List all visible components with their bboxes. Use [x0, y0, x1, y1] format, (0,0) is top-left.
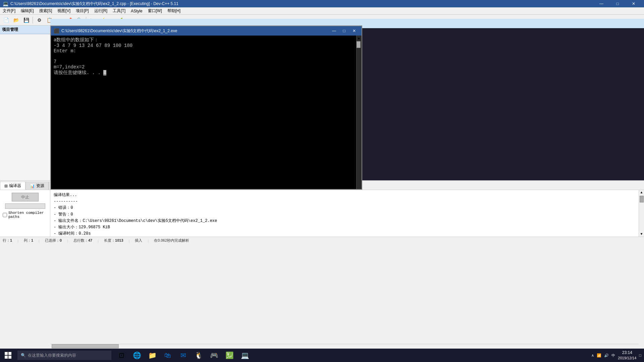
exec-window-icon: ⬛	[54, 28, 59, 34]
exec-line-1: a数组中的数据如下：	[54, 37, 354, 43]
exec-line-blank	[54, 54, 354, 59]
sidebar: 项目管理	[0, 25, 50, 180]
status-bar: 行：1 | 列：1 | 已选择：0 | 总行数：47 | 长度：1013 | 插…	[0, 237, 644, 244]
toolbar-new[interactable]: 📄	[1, 16, 11, 24]
taskbar-app-edge[interactable]: 🌐	[129, 349, 144, 362]
taskbar-apps: ⊡ 🌐 📁 🛍 ✉ 🐧 🎮 💹 💻	[114, 349, 252, 362]
progress-bar	[5, 203, 45, 209]
start-button[interactable]	[0, 349, 16, 362]
menu-help[interactable]: 帮助[H]	[165, 7, 183, 15]
toolbar-open[interactable]: 📂	[11, 16, 21, 24]
compile-left: 中止 Shorten compiler paths	[0, 190, 50, 237]
close-button[interactable]: ✕	[626, 0, 641, 7]
menu-bar: 文件[F] 编辑[E] 搜索[S] 视图[V] 项目[P] 运行[R] 工具[T…	[0, 7, 644, 15]
tab-compiler-label: 编译器	[9, 183, 21, 189]
clock-date: 2019/12/14	[618, 356, 636, 361]
exec-title-controls: — □ ✕	[329, 27, 359, 35]
svg-rect-2	[5, 356, 8, 359]
compile-scroll-down[interactable]: ▼	[640, 232, 643, 237]
exec-line-6: m=7,index=2	[54, 64, 354, 70]
taskbar-search[interactable]: 🔍 在这里输入你要搜索的内容	[17, 351, 111, 360]
menu-search[interactable]: 搜索[S]	[37, 7, 55, 15]
svg-rect-0	[5, 352, 8, 355]
toolbar-save[interactable]: 💾	[21, 16, 31, 24]
title-bar-left: 💻 C:\Users\98261\Documents\c\dev\实验5文档中代…	[3, 1, 178, 7]
status-selected: 已选择：0	[45, 238, 62, 243]
status-parse-info: 在0.062秒内完成解析	[154, 238, 189, 243]
exec-minimize[interactable]: —	[329, 27, 339, 35]
notification-btn[interactable]: □	[639, 353, 641, 357]
menu-edit[interactable]: 编辑[E]	[18, 7, 37, 15]
compile-vscrollbar[interactable]: ▲ ▼	[639, 190, 644, 237]
h-scrollbar[interactable]	[50, 344, 639, 349]
systray-volume: 🔊	[604, 353, 609, 358]
tab-compiler[interactable]: ⊞ 编译器	[0, 182, 25, 190]
title-bar: 💻 C:\Users\98261\Documents\c\dev\实验5文档中代…	[0, 0, 644, 7]
minimize-button[interactable]: —	[594, 0, 609, 7]
scroll-thumb[interactable]	[357, 41, 361, 48]
scroll-up-arrow[interactable]: ▲	[357, 36, 362, 41]
taskbar-app-finance[interactable]: 💹	[222, 349, 237, 362]
exec-maximize[interactable]: □	[339, 27, 349, 35]
taskbar-app-game[interactable]: 🎮	[207, 349, 221, 362]
compile-line-errors: - 错误：0	[54, 205, 635, 211]
taskbar-app-store[interactable]: 🛍	[160, 349, 175, 362]
title-bar-controls: — □ ✕	[594, 0, 641, 7]
compile-line-size: - 输出大小：129.96875 KiB	[54, 224, 635, 231]
systray-network: 📶	[597, 353, 601, 358]
compile-text: 编译结果... ---------- - 错误：0 - 警告：0 - 输出文件名…	[50, 190, 639, 237]
systray-language: 中	[611, 353, 615, 358]
menu-view[interactable]: 视图[V]	[55, 7, 73, 15]
exec-window-title: C:\Users\98261\Documents\c\dev\实验5文档中代码\…	[61, 28, 177, 34]
compile-line-warnings: - 警告：0	[54, 212, 635, 218]
compile-scroll-up[interactable]: ▲	[640, 190, 643, 195]
taskbar: 🔍 在这里输入你要搜索的内容 ⊡ 🌐 📁 🛍 ✉ 🐧 🎮 💹 💻 ∧ 📶 🔊 中…	[0, 349, 644, 362]
exec-content[interactable]: a数组中的数据如下： -3 4 7 9 13 24 67 89 100 180 …	[51, 36, 356, 189]
taskbar-systray: ∧ 📶 🔊 中 23:14 2019/12/14 □	[591, 350, 644, 361]
shorten-path-row: Shorten compiler paths	[3, 211, 47, 219]
h-scrollbar-thumb[interactable]	[52, 344, 119, 348]
search-placeholder: 在这里输入你要搜索的内容	[28, 353, 76, 358]
exec-close[interactable]: ✕	[350, 27, 359, 35]
title-bar-text: C:\Users\98261\Documents\c\dev\实验5文档中代码\…	[10, 1, 178, 7]
shorten-path-label: Shorten compiler paths	[8, 211, 47, 219]
taskbar-app-mail[interactable]: ✉	[176, 349, 191, 362]
menu-window[interactable]: 窗口[W]	[145, 7, 165, 15]
taskbar-app-devcpp[interactable]: 💻	[237, 349, 252, 362]
menu-run[interactable]: 运行[R]	[92, 7, 110, 15]
taskbar-app-qq[interactable]: 🐧	[191, 349, 206, 362]
exec-scrollbar[interactable]: ▲	[356, 36, 362, 189]
exec-line-5: 7	[54, 59, 354, 64]
menu-astyle[interactable]: AStyle	[128, 7, 145, 15]
menu-tools[interactable]: 工具[T]	[110, 7, 128, 15]
compile-line-output: - 输出文件名：C:\Users\98261\Documents\c\dev\实…	[54, 218, 635, 224]
taskbar-app-explorer[interactable]: 📁	[145, 349, 160, 362]
compile-line-time: - 编译时间：0.28s	[54, 231, 635, 237]
taskbar-app-taskview[interactable]: ⊡	[114, 349, 129, 362]
svg-rect-3	[8, 356, 11, 359]
compile-scroll-thumb[interactable]	[640, 196, 644, 202]
stop-button[interactable]: 中止	[12, 193, 39, 201]
status-length: 长度：1013	[104, 238, 123, 243]
exec-line-7: 请按任意键继续. . . _	[54, 70, 354, 76]
tab-resources[interactable]: 📊 资源	[25, 182, 49, 190]
search-icon: 🔍	[21, 353, 26, 358]
clock: 23:14 2019/12/14	[618, 350, 636, 361]
toolbar-btn1[interactable]: ⚙	[35, 16, 44, 24]
status-mode: 插入	[135, 238, 142, 243]
compiler-icon: ⊞	[4, 184, 8, 188]
editor-area: ⬛ C:\Users\98261\Documents\c\dev\实验5文档中代…	[50, 25, 644, 180]
sidebar-title: 项目管理	[0, 25, 50, 34]
systray-up-arrow[interactable]: ∧	[591, 353, 594, 358]
resources-icon: 📊	[30, 184, 35, 188]
exec-title-bar: ⬛ C:\Users\98261\Documents\c\dev\实验5文档中代…	[51, 26, 362, 36]
svg-rect-1	[8, 352, 11, 355]
exec-line-3: Enter m:	[54, 48, 354, 54]
status-total-lines: 总行数：47	[73, 238, 92, 243]
menu-project[interactable]: 项目[P]	[73, 7, 92, 15]
compile-separator: ----------	[54, 198, 635, 205]
shorten-path-checkbox[interactable]	[3, 213, 7, 217]
menu-file[interactable]: 文件[F]	[0, 7, 18, 15]
maximize-button[interactable]: □	[610, 0, 625, 7]
exec-line-2: -3 4 7 9 13 24 67 89 100 180	[54, 43, 354, 48]
